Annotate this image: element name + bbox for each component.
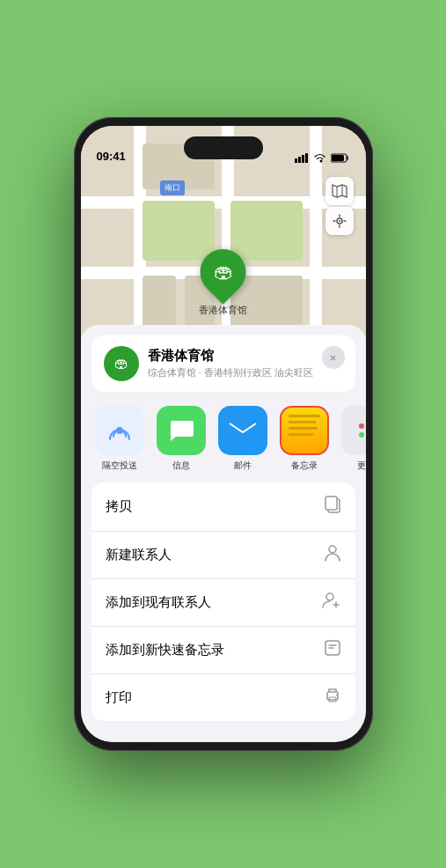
- action-row-quick-note[interactable]: 添加到新快速备忘录: [91, 627, 355, 674]
- notes-label: 备忘录: [291, 460, 318, 472]
- more-icon-wrap: [341, 406, 366, 455]
- svg-point-17: [336, 695, 338, 696]
- venue-subtitle: 综合体育馆 · 香港特别行政区 油尖旺区: [148, 366, 343, 379]
- wifi-status-icon: [313, 153, 326, 163]
- airdrop-label: 隔空投送: [102, 460, 137, 472]
- share-row: 隔空投送 信息: [81, 399, 366, 475]
- message-label: 信息: [172, 460, 190, 472]
- action-quick-note-label: 添加到新快速备忘录: [106, 642, 224, 658]
- action-row-new-contact[interactable]: 新建联系人: [91, 532, 355, 579]
- airdrop-icon-wrap: [95, 406, 144, 455]
- message-icon: [168, 418, 194, 443]
- svg-rect-5: [332, 155, 344, 161]
- venue-logo: 🏟: [104, 346, 139, 381]
- svg-rect-9: [230, 421, 256, 440]
- svg-rect-11: [325, 497, 337, 510]
- svg-rect-0: [295, 158, 297, 163]
- venue-name: 香港体育馆: [148, 348, 343, 364]
- svg-point-12: [329, 546, 336, 553]
- phone-frame: 09:41: [74, 117, 373, 751]
- person-icon: [324, 544, 341, 566]
- pin-venue-icon: 🏟: [214, 261, 233, 283]
- svg-point-13: [326, 593, 333, 600]
- pin-circle: 🏟: [191, 239, 256, 305]
- share-item-mail[interactable]: 邮件: [215, 406, 271, 472]
- action-row-add-contact[interactable]: 添加到现有联系人: [91, 579, 355, 627]
- action-copy-label: 拷贝: [106, 498, 132, 515]
- action-row-print[interactable]: 打印: [91, 674, 355, 721]
- venue-pin: 🏟 香港体育馆: [199, 249, 247, 317]
- action-row-copy[interactable]: 拷贝: [91, 482, 355, 532]
- action-add-contact-label: 添加到现有联系人: [106, 594, 211, 611]
- venue-card: 🏟 香港体育馆 综合体育馆 · 香港特别行政区 油尖旺区 ×: [91, 335, 355, 392]
- person-add-icon: [322, 592, 341, 614]
- share-item-airdrop[interactable]: 隔空投送: [91, 406, 148, 472]
- close-button[interactable]: ×: [322, 346, 345, 369]
- share-item-more[interactable]: 更多: [338, 406, 366, 472]
- quick-note-icon: [324, 639, 341, 661]
- map-type-btn[interactable]: [325, 177, 354, 205]
- map-type-icon: [332, 184, 347, 198]
- svg-rect-2: [302, 155, 304, 163]
- location-btn[interactable]: [325, 207, 354, 235]
- svg-point-7: [339, 220, 340, 222]
- location-icon: [333, 214, 347, 228]
- mail-icon: [229, 420, 257, 441]
- bottom-sheet: 🏟 香港体育馆 综合体育馆 · 香港特别行政区 油尖旺区 ×: [81, 325, 366, 742]
- print-icon: [324, 687, 341, 709]
- mail-icon-wrap: [218, 406, 267, 455]
- more-label: 更多: [357, 460, 366, 472]
- airdrop-icon: [106, 417, 133, 444]
- status-icons: [295, 153, 350, 163]
- action-list: 拷贝 新建联系人: [91, 482, 355, 721]
- svg-rect-3: [305, 153, 308, 163]
- status-time: 09:41: [97, 150, 126, 163]
- map-controls: [325, 177, 354, 235]
- svg-rect-1: [298, 157, 301, 163]
- action-new-contact-label: 新建联系人: [106, 547, 172, 563]
- copy-icon: [324, 495, 341, 519]
- map-label: 南口: [160, 180, 185, 195]
- battery-icon: [331, 153, 350, 163]
- message-icon-wrap: [157, 406, 206, 455]
- share-item-message[interactable]: 信息: [153, 406, 209, 472]
- mail-label: 邮件: [234, 460, 252, 472]
- action-print-label: 打印: [106, 689, 132, 706]
- phone-screen: 09:41: [81, 126, 366, 742]
- dynamic-island: [184, 136, 263, 159]
- pin-label: 香港体育馆: [199, 304, 247, 317]
- notes-icon-wrap: [280, 406, 329, 455]
- signal-icon: [295, 153, 309, 163]
- venue-info: 香港体育馆 综合体育馆 · 香港特别行政区 油尖旺区: [148, 348, 343, 379]
- share-item-notes[interactable]: 备忘录: [276, 406, 333, 472]
